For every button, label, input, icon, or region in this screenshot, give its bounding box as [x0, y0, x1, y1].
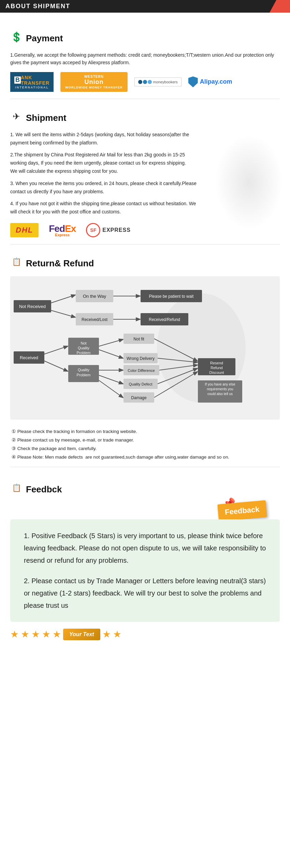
star-4: ★: [42, 629, 50, 640]
svg-text:Quality Defect: Quality Defect: [129, 382, 152, 386]
svg-text:Not fit: Not fit: [133, 337, 144, 341]
svg-text:Please be patient to wait: Please be patient to wait: [149, 294, 194, 299]
footer-stars: ★ ★ ★ ★ ★ Your Text ★ ★: [10, 629, 280, 640]
svg-text:could also tell us: could also tell us: [207, 392, 233, 396]
feedback-icon: 📋: [10, 482, 23, 494]
svg-text:Resend: Resend: [210, 361, 223, 365]
svg-text:Refund: Refund: [211, 366, 222, 370]
star-2: ★: [21, 629, 29, 640]
shipment-title: Shipment: [26, 113, 66, 123]
payment-header: 💲 Payment: [10, 26, 280, 48]
svg-text:Color Difference: Color Difference: [128, 368, 155, 373]
page-title: ABOUT SHIPMENT: [5, 3, 70, 10]
svg-text:Received/Lost: Received/Lost: [82, 317, 108, 322]
footer-text: Your Text: [63, 629, 100, 640]
svg-text:Quality: Quality: [78, 368, 90, 372]
fedex-logo: FedEx Express: [49, 223, 76, 237]
star-5: ★: [53, 629, 61, 640]
sf-express-logo: SF EXPRESS: [86, 223, 131, 237]
star-1: ★: [10, 629, 19, 640]
svg-text:On the Way: On the Way: [83, 294, 106, 299]
svg-text:Wrong Delivery: Wrong Delivery: [127, 356, 155, 361]
star-7: ★: [113, 629, 121, 640]
shipment-content: 1. We will sent the items within 2-5days…: [10, 131, 280, 216]
note-1: ① Please check the tracking in formation…: [10, 428, 280, 436]
alipay-shield-icon: [188, 76, 198, 87]
moneybookers-logo: moneybookers: [134, 78, 182, 86]
feedback-point-2: 2. Please contact us by Trade Manager or…: [24, 575, 266, 612]
dhl-logo: DHL: [10, 223, 39, 237]
alipay-logo: Alipay.com: [188, 76, 232, 87]
return-notes: ① Please check the tracking in formation…: [10, 428, 280, 461]
note-2: ② Please contact us by meesage, e-mail, …: [10, 436, 280, 444]
main-content: 💲 Payment 1.Generally, we accept the fol…: [0, 13, 290, 647]
note-3: ③ Check the package and Item, carefully.: [10, 445, 280, 453]
feedback-text-box: 1. Positive Feedback (5 Stars) is very i…: [10, 519, 280, 622]
delivery-person-bg: [215, 134, 283, 230]
svg-text:If you have any else: If you have any else: [205, 382, 235, 386]
svg-text:Received/Refund: Received/Refund: [149, 317, 180, 322]
shipment-point-3: 3. When you receive the items you ordere…: [10, 180, 201, 196]
svg-text:Not: Not: [81, 341, 86, 345]
bank-transfer-logo: B ANKTRANSFER INTERNATIONAL: [10, 72, 54, 92]
feedback-title: Feedbck: [26, 484, 62, 495]
feedback-section: 📋 Feedbck 📌 Feedback 1. Positive Feedbac…: [10, 477, 280, 640]
payment-text: 1.Generally, we accept the following pay…: [10, 51, 280, 67]
note-4: ④ Please Note: Men made defects are not …: [10, 453, 280, 461]
shipment-icon: ✈: [10, 110, 23, 123]
shipment-header: ✈ Shipment: [10, 106, 280, 127]
svg-text:requirements you: requirements you: [207, 387, 233, 391]
svg-text:Received: Received: [20, 355, 38, 360]
flowchart: Not Received On the Way Please be patien…: [10, 276, 280, 421]
flowchart-svg: Not Received On the Way Please be patien…: [10, 276, 280, 420]
payment-title: Payment: [26, 33, 63, 44]
svg-text:Discount: Discount: [209, 370, 224, 375]
return-icon: 📋: [10, 256, 23, 268]
return-header: 📋 Return& Refund: [10, 251, 280, 273]
shipment-point-1: 1. We will sent the items within 2-5days…: [10, 131, 201, 147]
western-union-logo: WESTERN Union WORLDWIDE MONEY TRANSFER: [60, 72, 127, 92]
svg-text:Problem: Problem: [77, 351, 91, 355]
svg-text:Problem: Problem: [77, 373, 91, 377]
payment-logos: B ANKTRANSFER INTERNATIONAL WESTERN Unio…: [10, 72, 280, 92]
feedback-point-1: 1. Positive Feedback (5 Stars) is very i…: [24, 530, 266, 566]
svg-text:Damage: Damage: [131, 395, 147, 400]
star-6: ★: [102, 629, 111, 640]
svg-text:Not Received: Not Received: [19, 304, 46, 309]
return-title: Return& Refund: [26, 258, 94, 269]
shipment-point-4: 4. If you have not got it within the shi…: [10, 200, 201, 216]
payment-icon: 💲: [10, 31, 23, 43]
feedback-content-wrap: 📌 Feedback 1. Positive Feedback (5 Stars…: [10, 519, 280, 622]
svg-text:Quality: Quality: [78, 346, 90, 350]
feedback-header: 📋 Feedbck: [10, 477, 280, 499]
page-header: ABOUT SHIPMENT: [0, 0, 290, 13]
shipment-point-2: 2.The shipment by China Post Registered …: [10, 151, 201, 175]
star-3: ★: [31, 629, 40, 640]
